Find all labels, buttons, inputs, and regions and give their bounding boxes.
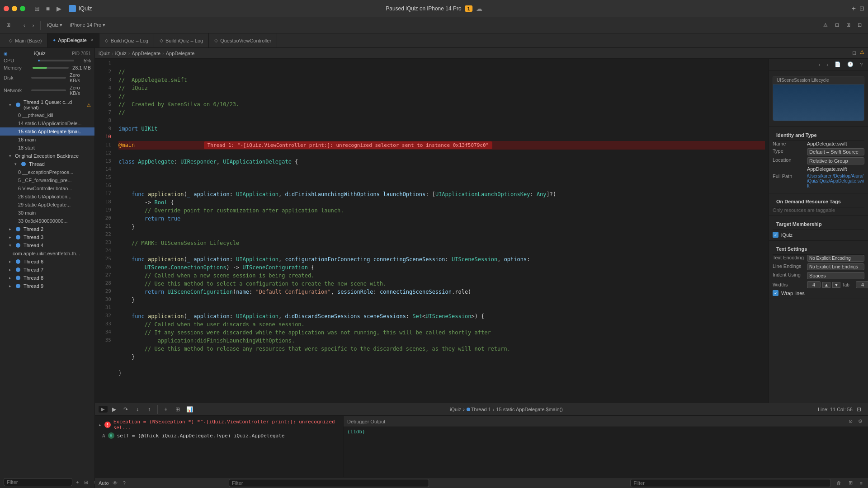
disclosure-oeb[interactable]: ▾: [7, 153, 13, 159]
layout-toggle[interactable]: ⊡: [854, 404, 864, 415]
right-filter-input[interactable]: [630, 479, 830, 487]
disclosure-t4[interactable]: ▾: [7, 243, 13, 248]
right-filter-toggle2[interactable]: ≡: [858, 479, 864, 487]
window-resize-button[interactable]: ⊡: [859, 5, 864, 12]
debug-thread1[interactable]: Thread 1: [467, 407, 491, 412]
left-filter-input[interactable]: [229, 479, 429, 487]
sidebar-item-t3[interactable]: ▸ Thread 3: [0, 233, 94, 241]
disclosure-t6[interactable]: ▸: [7, 259, 13, 264]
inspector-history-button[interactable]: 🕐: [845, 61, 855, 68]
disclosure-t8[interactable]: ▸: [7, 275, 13, 281]
debug-frame[interactable]: 15 static AppDelegate.$main(): [496, 407, 563, 412]
tab-app-delegate[interactable]: ● AppDelegate ×: [47, 33, 99, 47]
breadcrumb-iquiz-1[interactable]: iQuiz: [99, 51, 110, 56]
sidebar-item-t6[interactable]: ▸ Thread 6: [0, 258, 94, 266]
sidebar-item-oeb-5[interactable]: 5 _CF_forwarding_pre...: [0, 176, 94, 184]
tab-up-btn[interactable]: ▲: [822, 282, 830, 288]
close-button[interactable]: [4, 6, 9, 11]
tab-questa-vc[interactable]: ◇ QuestaoViewController: [209, 33, 277, 47]
line-endings-value[interactable]: No Explicit Line Endings: [807, 263, 864, 270]
add-exception-button[interactable]: +: [160, 404, 171, 415]
sidebar-item-t8[interactable]: ▸ Thread 8: [0, 274, 94, 282]
sidebar-item-oeb-30[interactable]: 30 main: [0, 209, 94, 217]
sidebar-toggle-button[interactable]: ⊞: [33, 4, 42, 13]
exception-disclosure[interactable]: ▸: [99, 422, 102, 428]
device-selector[interactable]: iPhone 14 Pro ▾: [67, 21, 108, 29]
sidebar-item-oeb-0[interactable]: 0 __exceptionPreproce...: [0, 168, 94, 176]
left-filter-icon1[interactable]: 👁: [111, 479, 119, 487]
sidebar-item-t1-15[interactable]: 15 static AppDelegate.$mai...: [0, 127, 94, 136]
right-filter-toggle1[interactable]: ⊞: [847, 479, 854, 487]
inspector-help-button[interactable]: ?: [858, 61, 864, 68]
wrap-lines-checkbox[interactable]: ✓: [773, 290, 778, 296]
disclosure-t2[interactable]: ▸: [7, 226, 13, 232]
debug-iquiz[interactable]: iQuiz: [450, 407, 461, 412]
filter-options-button[interactable]: ⊞: [82, 479, 90, 486]
encoding-value[interactable]: No Explicit Encoding: [807, 255, 864, 262]
memory-button[interactable]: 📊: [184, 404, 195, 415]
sidebar-item-t1-14[interactable]: 14 static UIApplicationDele...: [0, 119, 94, 127]
right-filter-trash[interactable]: 🗑: [835, 479, 843, 487]
sidebar-item-t1-16[interactable]: 16 main: [0, 136, 94, 144]
indent-using-value[interactable]: Spaces: [807, 272, 864, 279]
code-content[interactable]: // // AppDelegate.swift // iQuiz // // C…: [115, 59, 769, 403]
indent-width-input[interactable]: [856, 281, 868, 288]
scheme-selector[interactable]: iQuiz ▾: [44, 21, 65, 29]
forward-button[interactable]: ›: [30, 21, 37, 29]
sidebar-item-oeb-29[interactable]: 29 static AppDelegate...: [0, 201, 94, 209]
type-value[interactable]: Default – Swift Source: [807, 148, 864, 155]
left-filter-icon2[interactable]: ?: [121, 479, 127, 487]
tab-down-btn[interactable]: ▼: [832, 282, 840, 288]
sidebar-item-t2[interactable]: ▸ Thread 2: [0, 225, 94, 233]
sidebar-item-t9[interactable]: ▸ Thread 9: [0, 282, 94, 290]
inspector-file-button[interactable]: 📄: [833, 61, 843, 68]
minimize-button[interactable]: [12, 6, 17, 11]
back-button[interactable]: ‹: [21, 21, 28, 29]
target-checkbox[interactable]: ✓: [773, 232, 778, 238]
step-out-button[interactable]: ↑: [144, 404, 155, 415]
sidebar-item-oeb-thread[interactable]: ▾ Thread: [0, 160, 94, 168]
sidebar-item-t4-com[interactable]: com.apple.uikit.eventfetch-th...: [0, 249, 94, 258]
filter-input[interactable]: [4, 478, 72, 486]
tab-close-app-delegate[interactable]: ×: [91, 38, 94, 42]
maximize-button[interactable]: [20, 6, 25, 11]
step-over-button[interactable]: ↷: [120, 404, 131, 415]
sidebar-item-t1-18[interactable]: 18 start: [0, 144, 94, 152]
continue-button[interactable]: ▶: [108, 404, 119, 415]
disclosure-t3[interactable]: ▸: [7, 235, 13, 240]
location-value[interactable]: Relative to Group: [807, 157, 864, 164]
sidebar-item-oeb-6[interactable]: 6 ViewController.botao...: [0, 184, 94, 192]
right-panel-toggle[interactable]: ⊡: [855, 21, 864, 29]
filter-add-button[interactable]: +: [74, 479, 80, 486]
sidebar-item-oeb-33[interactable]: 33 0x3d4500000000...: [0, 217, 94, 225]
sidebar-item-t7[interactable]: ▸ Thread 7: [0, 266, 94, 274]
disclosure-t9[interactable]: ▸: [7, 283, 13, 289]
step-into-button[interactable]: ↓: [132, 404, 143, 415]
sidebar-left-toggle[interactable]: ⊞: [4, 21, 13, 29]
add-tab-button[interactable]: +: [852, 5, 856, 13]
sidebar-item-t4[interactable]: ▾ Thread 4: [0, 241, 94, 249]
sidebar-item-thread1[interactable]: ▾ Thread 1 Queue: c...d (serial) ⚠: [0, 99, 94, 111]
tab-build-log-2[interactable]: ◇ Build iQuiz – Log: [154, 33, 209, 47]
breadcrumb-appdelegate-2[interactable]: AppDelegate: [166, 51, 195, 56]
layout-toggle-button[interactable]: ⊟: [832, 21, 842, 29]
viewhierarchy-button[interactable]: ⊞: [172, 404, 183, 415]
sidebar-item-oeb[interactable]: ▾ Original Exception Backtrace: [0, 152, 94, 160]
tab-build-log-1[interactable]: ◇ Build iQuiz – Log: [99, 33, 154, 47]
disclosure-oeb-thread[interactable]: ▾: [13, 161, 18, 167]
inspector-next-button[interactable]: ›: [825, 61, 830, 68]
fullpath-value[interactable]: /Users/karen/Desktop/Aiura/iQuiz/iQuiz/A…: [807, 174, 864, 188]
debugger-clear-button[interactable]: ⊘: [847, 418, 854, 425]
layout-split-button[interactable]: ⊞: [844, 21, 853, 29]
tab-main-base[interactable]: ◇ Main (Base): [4, 33, 47, 47]
sidebar-item-t1-0[interactable]: 0 __pthread_kill: [0, 111, 94, 119]
related-items-button[interactable]: ⊟: [850, 49, 858, 57]
run-button[interactable]: ▶: [54, 4, 63, 13]
stop-button[interactable]: ■: [43, 4, 52, 13]
debugger-settings-button[interactable]: ⚙: [856, 418, 864, 425]
breadcrumb-appdelegate-1[interactable]: AppDelegate: [132, 51, 160, 56]
breadcrumb-iquiz-2[interactable]: iQuiz: [115, 51, 127, 56]
sidebar-item-oeb-28[interactable]: 28 static UIApplication...: [0, 192, 94, 201]
disclosure-t7[interactable]: ▸: [7, 267, 13, 272]
disclosure-thread1[interactable]: ▾: [7, 102, 13, 108]
